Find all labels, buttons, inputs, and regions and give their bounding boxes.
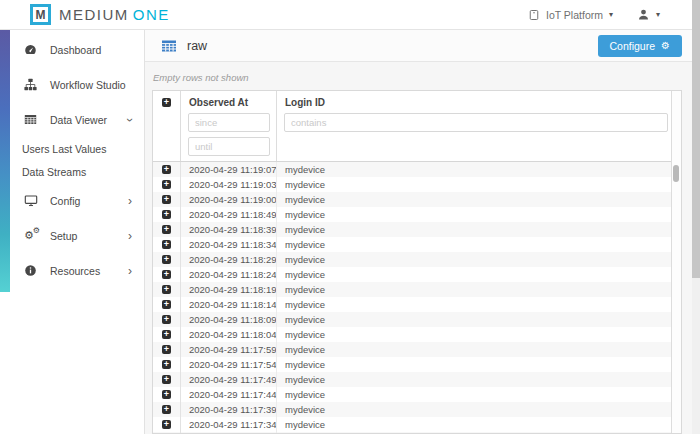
chevron-down-icon: › [124,118,136,122]
expand-row-button[interactable]: + [162,345,171,354]
table-row: +2020-04-29 11:18:04mydevice [153,327,681,342]
expand-all-button[interactable]: + [162,98,171,107]
observed-at-cell: 2020-04-29 11:18:49 [181,207,277,222]
expand-row-button[interactable]: + [162,420,171,429]
page-scrollbar-thumb[interactable] [692,0,700,278]
table-row: +2020-04-29 11:17:39mydevice [153,402,681,417]
expand-cell: + [153,177,181,192]
table-row: +2020-04-29 11:18:09mydevice [153,312,681,327]
table-scrollbar[interactable] [671,91,681,433]
sidebar-item-data-streams[interactable]: Data Streams [0,160,144,183]
login-id-cell: mydevice [277,402,681,417]
expand-cell: + [153,372,181,387]
expand-header-cell: + [153,91,181,161]
main-content: raw Configure ⚙ Empty rows not shown + O… [145,30,700,434]
expand-cell: + [153,207,181,222]
expand-cell: + [153,297,181,312]
table-row: +2020-04-29 11:17:34mydevice [153,417,681,432]
login-id-cell: mydevice [277,417,681,432]
login-id-cell: mydevice [277,297,681,312]
table-icon [24,113,39,126]
expand-row-button[interactable]: + [162,375,171,384]
observed-at-cell: 2020-04-29 11:17:39 [181,402,277,417]
logo-text: MEDIUMONE [59,6,170,23]
user-menu[interactable]: ▾ [637,8,660,21]
expand-row-button[interactable]: + [162,300,171,309]
expand-row-button[interactable]: + [162,315,171,324]
page-scrollbar[interactable] [692,0,700,434]
table-row: +2020-04-29 11:19:03mydevice [153,177,681,192]
expand-cell: + [153,327,181,342]
expand-row-button[interactable]: + [162,405,171,414]
login-id-cell: mydevice [277,312,681,327]
table-row: +2020-04-29 11:18:49mydevice [153,207,681,222]
login-id-cell: mydevice [277,387,681,402]
gauge-icon [24,43,39,56]
expand-cell: + [153,342,181,357]
expand-cell: + [153,357,181,372]
configure-button[interactable]: Configure ⚙ [598,35,683,57]
expand-cell: + [153,312,181,327]
caret-down-icon: ▾ [609,11,613,19]
login-id-cell: mydevice [277,177,681,192]
sidebar-item-workflow-studio[interactable]: Workflow Studio [0,67,144,102]
sidebar-item-users-last-values[interactable]: Users Last Values [0,137,144,160]
observed-at-cell: 2020-04-29 11:18:34 [181,237,277,252]
sidebar-item-label: Resources [50,265,100,277]
monitor-icon [24,194,39,207]
table-row: +2020-04-29 11:17:49mydevice [153,372,681,387]
observed-at-cell: 2020-04-29 11:17:44 [181,387,277,402]
table-header: + Observed At Login ID [153,91,681,162]
expand-row-button[interactable]: + [162,210,171,219]
expand-row-button[interactable]: + [162,195,171,204]
observed-at-cell: 2020-04-29 11:18:29 [181,252,277,267]
table-row: +2020-04-29 11:18:34mydevice [153,237,681,252]
data-table: + Observed At Login ID +2020-04-29 11:19… [152,90,682,434]
contains-filter-input[interactable] [284,113,668,132]
expand-row-button[interactable]: + [162,225,171,234]
page-header: raw Configure ⚙ [145,30,700,62]
login-id-cell: mydevice [277,267,681,282]
observed-at-cell: 2020-04-29 11:17:59 [181,342,277,357]
table-row: +2020-04-29 11:19:00mydevice [153,192,681,207]
expand-row-button[interactable]: + [162,165,171,174]
observed-at-cell: 2020-04-29 11:19:07 [181,162,277,177]
login-id-cell: mydevice [277,342,681,357]
sidebar-item-data-viewer[interactable]: Data Viewer › [0,102,144,137]
expand-row-button[interactable]: + [162,285,171,294]
expand-row-button[interactable]: + [162,360,171,369]
expand-row-button[interactable]: + [162,240,171,249]
expand-row-button[interactable]: + [162,270,171,279]
expand-cell [153,432,181,433]
column-header-login-id: Login ID [283,95,667,113]
platform-badge-icon [528,9,540,21]
expand-row-button[interactable]: + [162,330,171,339]
table-scrollbar-thumb[interactable] [673,165,679,182]
sidebar-item-label: Setup [50,230,77,242]
sidebar-item-config[interactable]: Config › [0,183,144,218]
expand-row-button[interactable]: + [162,180,171,189]
sidebar-item-label: Data Streams [22,166,86,178]
observed-at-cell: 2020-04-29 11:17:49 [181,372,277,387]
empty-rows-note: Empty rows not shown [145,62,700,90]
logo[interactable]: M MEDIUMONE [30,4,170,25]
chevron-right-icon: › [128,265,132,277]
table-row: +2020-04-29 11:18:29mydevice [153,252,681,267]
expand-row-button[interactable]: + [162,390,171,399]
platform-menu[interactable]: IoT Platform ▾ [528,9,613,21]
expand-row-button[interactable]: + [162,255,171,264]
login-id-cell: mydevice [277,207,681,222]
login-id-cell [277,432,681,433]
page-title: raw [187,39,207,53]
table-icon [161,38,177,54]
caret-down-icon: ▾ [656,11,660,19]
until-filter-input[interactable] [188,137,270,156]
since-filter-input[interactable] [188,113,270,132]
sidebar-item-resources[interactable]: Resources › [0,253,144,288]
observed-at-cell: 2020-04-29 11:18:24 [181,267,277,282]
table-row: +2020-04-29 11:18:24mydevice [153,267,681,282]
sidebar-item-dashboard[interactable]: Dashboard [0,32,144,67]
table-row: +2020-04-29 11:17:59mydevice [153,342,681,357]
sidebar-item-setup[interactable]: ⚙⚙ Setup › [0,218,144,253]
observed-at-cell: 2020-04-29 11:17:34 [181,417,277,432]
